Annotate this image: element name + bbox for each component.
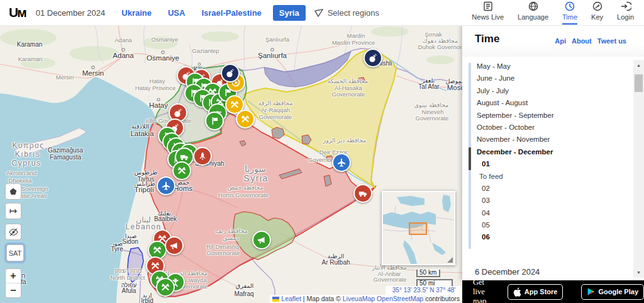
osm-link[interactable]: OpenStreetMap	[377, 295, 423, 302]
time-item-06[interactable]: 06	[462, 231, 626, 243]
nav-label: Time	[562, 13, 577, 21]
app-store-button[interactable]: App Store	[508, 284, 564, 300]
time-item-october---october[interactable]: October - October	[462, 122, 626, 134]
zoom-out-button[interactable]: −	[6, 283, 21, 297]
nav-login[interactable]: Login	[617, 1, 634, 23]
map-marker-megaphone[interactable]	[252, 231, 271, 249]
time-item-june---june[interactable]: June - June	[462, 72, 626, 84]
map-marker-plane[interactable]	[332, 153, 351, 172]
nav-label: Login	[617, 13, 634, 21]
map-marker-plane[interactable]	[157, 176, 175, 195]
truck-icon	[358, 188, 368, 198]
polygon-icon	[8, 186, 18, 197]
rifles-icon	[152, 245, 162, 255]
megaphone-icon	[257, 235, 267, 245]
scale-mi: 50 mi	[416, 279, 453, 286]
rifles-icon	[240, 114, 250, 124]
rifles-icon	[150, 261, 160, 271]
zoom-control: + −	[5, 268, 21, 298]
time-item-to-feed[interactable]: To feed	[462, 171, 626, 183]
draw-polygon-button[interactable]	[5, 183, 21, 200]
panel-link-tweet-us[interactable]: Tweet us	[597, 37, 626, 45]
map-marker-flag[interactable]	[205, 111, 224, 130]
bomb-icon	[225, 68, 235, 78]
rifles-icon	[177, 166, 187, 176]
time-panel: Time ApiAboutTweet us May - MayJune - Ju…	[462, 25, 644, 280]
scroll-down-arrow[interactable]: ▼	[633, 267, 644, 278]
liveuamap-link[interactable]: LiveuaMap	[343, 295, 375, 302]
google-play-icon	[587, 287, 595, 296]
zoom-in-button[interactable]: +	[6, 269, 21, 283]
time-panel-links: ApiAboutTweet us	[555, 37, 626, 45]
globe-icon	[528, 1, 539, 12]
map-marker-rifles[interactable]	[236, 110, 255, 129]
minimap-collapse-icon[interactable]	[447, 257, 453, 263]
tab-usa[interactable]: USA	[168, 8, 185, 18]
tab-syria[interactable]: Syria	[273, 5, 306, 21]
select-regions-button[interactable]: Select regions	[313, 8, 379, 18]
measure-button[interactable]: ↦	[5, 203, 21, 219]
eye-slash-icon	[8, 227, 19, 237]
map-marker-rifles[interactable]	[156, 278, 175, 297]
scrollbar-thumb[interactable]	[635, 74, 643, 92]
map-marker-rocket[interactable]	[193, 147, 212, 166]
map-marker-truck[interactable]	[353, 184, 372, 203]
login-icon	[620, 1, 631, 12]
google-play-button[interactable]: Google Play	[581, 284, 644, 300]
map-marker-bomb[interactable]	[221, 64, 240, 83]
time-item-november---november[interactable]: November - November	[462, 134, 626, 146]
promo-bar: Get live map App Store Google Play	[462, 280, 644, 303]
nav-label: Key	[591, 13, 603, 21]
truck-icon	[179, 152, 189, 162]
leaflet-link[interactable]: Leaflet	[281, 295, 301, 302]
region-tabs: UkraineUSAIsrael-PalestineSyria	[105, 5, 305, 21]
nav-key[interactable]: Key	[591, 1, 603, 23]
scroll-up-arrow[interactable]: ▲	[633, 60, 644, 71]
map-marker-megaphone[interactable]	[165, 236, 184, 255]
satellite-toggle-button[interactable]: SAT	[6, 244, 24, 261]
attribution-suffix: contributors	[425, 295, 460, 302]
time-item-04[interactable]: 04	[462, 207, 626, 219]
time-item-september---september[interactable]: September - September	[462, 110, 626, 122]
time-item-05[interactable]: 05	[462, 219, 626, 231]
time-item-may---may[interactable]: May - May	[462, 60, 626, 72]
top-bar: Uм 01 December 2024 UkraineUSAIsrael-Pal…	[0, 0, 644, 26]
panel-scrollbar[interactable]: ▲ ▼	[633, 60, 644, 278]
megaphone-icon	[169, 241, 179, 251]
minimap-viewport-rect[interactable]	[409, 222, 427, 235]
nav-label: Language	[518, 13, 548, 21]
liveuamap-logo[interactable]: Uм	[9, 5, 26, 20]
get-live-map-label: Get live map	[473, 278, 494, 303]
map-marker-bomb[interactable]	[364, 49, 382, 67]
selected-date-label: 6 December 2024	[475, 267, 540, 277]
bomb-icon	[173, 108, 183, 118]
select-regions-label: Select regions	[328, 8, 379, 18]
time-item-02[interactable]: 02	[462, 183, 626, 195]
tab-ukraine[interactable]: Ukraine	[121, 8, 152, 18]
time-item-july---july[interactable]: July - July	[462, 85, 626, 97]
time-item-august---august[interactable]: August - August	[462, 97, 626, 109]
time-item-01[interactable]: 01	[462, 158, 626, 170]
time-item-03[interactable]: 03	[462, 195, 626, 207]
app-store-label: App Store	[525, 288, 558, 295]
google-play-label: Google Play	[598, 288, 638, 295]
overview-minimap[interactable]	[382, 191, 455, 265]
plane-icon	[336, 157, 347, 168]
panel-link-api[interactable]: Api	[555, 37, 566, 45]
hide-markers-button[interactable]	[5, 224, 21, 240]
time-item-december---december[interactable]: December - December	[462, 146, 626, 158]
cursor-triangle-icon	[313, 8, 324, 18]
panel-link-about[interactable]: About	[572, 37, 592, 45]
map-attribution: Leaflet | Map data © LiveuaMap OpenStree…	[270, 295, 462, 303]
nav-language[interactable]: Language	[518, 1, 548, 23]
attribution-text: | Map data ©	[303, 295, 341, 302]
apple-icon	[513, 287, 521, 297]
measure-icon: ↦	[9, 205, 18, 217]
plane-icon	[161, 181, 171, 191]
map-marker-rifles[interactable]	[172, 161, 191, 180]
nav-news-live[interactable]: News Live	[472, 1, 504, 23]
tab-israel-palestine[interactable]: Israel-Palestine	[201, 8, 261, 18]
ukraine-flag-icon	[272, 297, 279, 302]
nav-time[interactable]: Time	[562, 1, 577, 25]
map-canvas[interactable]: KaramanKaramanAdanaAdanaOsmaniyeOsmaniye…	[0, 25, 462, 303]
